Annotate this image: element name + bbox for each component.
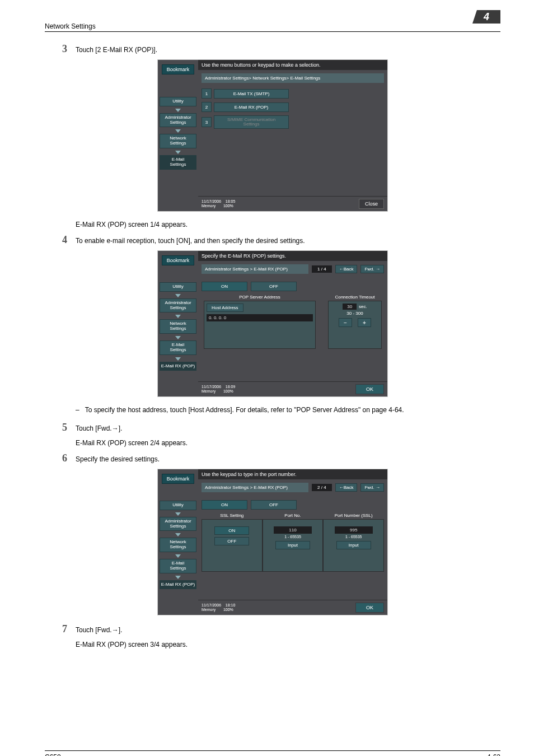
menu-smime-settings[interactable]: S/MIME Communication Settings xyxy=(214,115,289,129)
menu-number: 3 xyxy=(202,117,212,127)
footer-date: 11/17/2006 xyxy=(202,199,221,203)
step-result-text: E-Mail RX (POP) screen 1/4 appears. xyxy=(76,220,500,230)
footer-date: 11/17/2006 xyxy=(202,603,221,607)
minus-button[interactable]: − xyxy=(339,318,352,327)
sidebar-item-admin-settings[interactable]: Administrator Settings xyxy=(160,113,196,128)
breadcrumb: Administrator Settings > E-Mail RX (POP) xyxy=(202,264,308,274)
timeout-min: 30 xyxy=(346,311,352,316)
footer-memory-pct: 100% xyxy=(223,608,233,612)
chevron-down-icon xyxy=(175,315,181,318)
step-text: Touch [Fwd.→]. xyxy=(76,422,500,433)
chevron-down-icon xyxy=(175,336,181,339)
ssl-port-range: 1 - 65535 xyxy=(326,535,381,539)
chevron-down-icon xyxy=(175,151,181,154)
back-button[interactable]: ←Back xyxy=(335,265,358,273)
step-number: 7 xyxy=(45,623,76,635)
footer-time: 18:05 xyxy=(226,199,236,203)
sidebar-item-network-settings[interactable]: Network Settings xyxy=(160,319,196,334)
sidebar-item-network-settings[interactable]: Network Settings xyxy=(160,134,196,148)
section-title: Network Settings xyxy=(45,22,96,30)
chapter-badge: 4 xyxy=(472,10,500,24)
chevron-down-icon xyxy=(175,512,181,516)
step-text: Specify the desired settings. xyxy=(76,452,500,464)
sidebar-item-email-settings[interactable]: E-Mail Settings xyxy=(160,559,196,573)
ssl-on-button[interactable]: ON xyxy=(214,526,249,535)
sidebar-item-admin-settings[interactable]: Administrator Settings xyxy=(160,298,196,313)
step-number: 5 xyxy=(45,422,76,433)
back-button[interactable]: ←Back xyxy=(335,483,358,492)
step-text: Touch [Fwd.→]. xyxy=(76,623,500,635)
menu-number: 1 xyxy=(202,88,212,99)
sidebar-item-utility[interactable]: Utility xyxy=(160,97,196,106)
host-address-button[interactable]: Host Address xyxy=(207,304,243,312)
step-text: Touch [2 E-Mail RX (POP)]. xyxy=(76,43,500,55)
page-indicator: 2 / 4 xyxy=(312,484,332,491)
substep-text: To specify the host address, touch [Host… xyxy=(85,405,404,415)
step-text: To enable e-mail reception, touch [ON], … xyxy=(76,234,500,246)
breadcrumb: Administrator Settings > E-Mail RX (POP) xyxy=(202,483,308,492)
step-number: 4 xyxy=(45,234,76,246)
bookmark-button[interactable]: Bookmark xyxy=(162,255,195,265)
instruction-bar: Use the menu buttons or keypad to make a… xyxy=(198,60,387,70)
step-result-text: E-Mail RX (POP) screen 2/4 appears. xyxy=(76,438,500,448)
sidebar-item-email-settings[interactable]: E-Mail Settings xyxy=(160,155,196,170)
on-button[interactable]: ON xyxy=(202,500,247,510)
fwd-button[interactable]: Fwd. → xyxy=(360,265,384,273)
ssl-port-input-button[interactable]: Input xyxy=(336,541,371,549)
menu-email-rx-pop[interactable]: E-Mail RX (POP) xyxy=(214,102,289,112)
ok-button[interactable]: OK xyxy=(355,603,384,613)
sidebar-item-admin-settings[interactable]: Administrator Settings xyxy=(160,517,196,531)
chevron-down-icon xyxy=(175,129,181,133)
close-button[interactable]: Close xyxy=(359,199,384,209)
chevron-down-icon xyxy=(175,294,181,297)
ssl-setting-header: SSL Setting xyxy=(202,513,263,518)
footer-memory-label: Memory xyxy=(202,204,216,208)
sidebar-item-utility[interactable]: Utility xyxy=(160,282,196,292)
footer-time: 18:10 xyxy=(226,603,236,607)
footer-model: C650 xyxy=(45,753,61,756)
pop-server-header: POP Server Address xyxy=(204,293,316,301)
menu-email-tx-smtp[interactable]: E-Mail TX (SMTP) xyxy=(214,89,289,99)
chevron-down-icon xyxy=(175,357,181,361)
sidebar-item-network-settings[interactable]: Network Settings xyxy=(160,538,196,552)
footer-memory-label: Memory xyxy=(202,389,216,393)
sidebar-item-utility[interactable]: Utility xyxy=(160,501,196,510)
footer-page-num: 4-62 xyxy=(487,753,500,756)
bookmark-button[interactable]: Bookmark xyxy=(162,64,195,74)
chevron-down-icon xyxy=(175,533,181,536)
ok-button[interactable]: OK xyxy=(355,384,384,394)
chevron-down-icon xyxy=(175,576,181,579)
footer-memory-pct: 100% xyxy=(223,204,233,208)
ssl-port-value: 995 xyxy=(335,526,373,534)
port-range: 1 - 65535 xyxy=(265,535,321,539)
fwd-button[interactable]: Fwd. → xyxy=(360,483,384,492)
breadcrumb: Administrator Settings> Network Settings… xyxy=(202,73,384,83)
timeout-unit: sec. xyxy=(359,304,367,309)
timeout-value: 30 xyxy=(343,304,357,310)
sidebar-item-email-rx-pop[interactable]: E-Mail RX (POP) xyxy=(160,362,196,371)
port-ssl-header: Port Number (SSL) xyxy=(323,513,384,518)
off-button[interactable]: OFF xyxy=(251,282,297,291)
footer-memory-label: Memory xyxy=(202,608,216,612)
footer-memory-pct: 100% xyxy=(223,389,233,393)
ssl-off-button[interactable]: OFF xyxy=(214,537,249,545)
on-button[interactable]: ON xyxy=(202,282,247,291)
page-indicator: 1 / 4 xyxy=(312,265,332,273)
off-button[interactable]: OFF xyxy=(251,500,297,510)
port-value: 110 xyxy=(274,526,312,534)
step-number: 3 xyxy=(45,43,76,55)
instruction-bar: Use the keypad to type in the port numbe… xyxy=(198,469,387,479)
screenshot-email-rx-pop-1-4: Bookmark Utility Administrator Settings … xyxy=(157,250,388,397)
chevron-down-icon xyxy=(175,109,181,112)
sidebar-item-email-rx-pop[interactable]: E-Mail RX (POP) xyxy=(160,580,196,590)
screenshot-email-rx-pop-2-4: Bookmark Utility Administrator Settings … xyxy=(157,469,388,615)
plus-button[interactable]: + xyxy=(358,318,371,327)
footer-time: 18:09 xyxy=(226,385,236,389)
menu-number: 2 xyxy=(202,102,212,112)
port-input-button[interactable]: Input xyxy=(275,541,310,549)
step-result-text: E-Mail RX (POP) screen 3/4 appears. xyxy=(76,640,500,650)
bookmark-button[interactable]: Bookmark xyxy=(162,474,195,484)
sidebar-item-email-settings[interactable]: E-Mail Settings xyxy=(160,340,196,355)
screenshot-email-settings-menu: Bookmark Utility Administrator Settings … xyxy=(157,59,388,212)
host-address-value: 0. 0. 0. 0 xyxy=(207,314,313,321)
